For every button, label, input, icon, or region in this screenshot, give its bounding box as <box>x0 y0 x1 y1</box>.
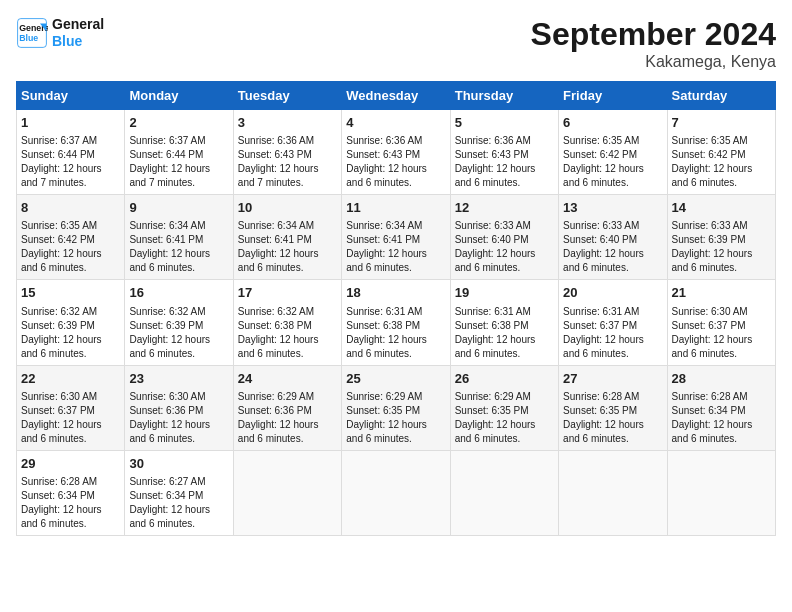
day-number: 12 <box>455 199 554 217</box>
calendar-week-row: 1Sunrise: 6:37 AMSunset: 6:44 PMDaylight… <box>17 110 776 195</box>
calendar-week-row: 29Sunrise: 6:28 AMSunset: 6:34 PMDayligh… <box>17 450 776 535</box>
calendar-cell <box>342 450 450 535</box>
calendar-cell <box>450 450 558 535</box>
calendar-cell: 16Sunrise: 6:32 AMSunset: 6:39 PMDayligh… <box>125 280 233 365</box>
calendar-cell: 20Sunrise: 6:31 AMSunset: 6:37 PMDayligh… <box>559 280 667 365</box>
sunset-text: Sunset: 6:41 PM <box>238 234 312 245</box>
day-number: 29 <box>21 455 120 473</box>
calendar-cell: 1Sunrise: 6:37 AMSunset: 6:44 PMDaylight… <box>17 110 125 195</box>
sunrise-text: Sunrise: 6:30 AM <box>672 306 748 317</box>
header-thursday: Thursday <box>450 82 558 110</box>
sunrise-text: Sunrise: 6:33 AM <box>672 220 748 231</box>
sunset-text: Sunset: 6:42 PM <box>21 234 95 245</box>
sunset-text: Sunset: 6:43 PM <box>455 149 529 160</box>
calendar-header-row: SundayMondayTuesdayWednesdayThursdayFrid… <box>17 82 776 110</box>
day-number: 7 <box>672 114 771 132</box>
daylight-label: Daylight: 12 hours and 7 minutes. <box>238 163 319 188</box>
daylight-label: Daylight: 12 hours and 6 minutes. <box>346 248 427 273</box>
daylight-label: Daylight: 12 hours and 6 minutes. <box>21 248 102 273</box>
sunrise-text: Sunrise: 6:37 AM <box>129 135 205 146</box>
calendar-cell: 14Sunrise: 6:33 AMSunset: 6:39 PMDayligh… <box>667 195 775 280</box>
sunrise-text: Sunrise: 6:27 AM <box>129 476 205 487</box>
sunrise-text: Sunrise: 6:30 AM <box>129 391 205 402</box>
sunrise-text: Sunrise: 6:35 AM <box>563 135 639 146</box>
daylight-label: Daylight: 12 hours and 6 minutes. <box>238 419 319 444</box>
daylight-label: Daylight: 12 hours and 6 minutes. <box>563 163 644 188</box>
daylight-label: Daylight: 12 hours and 6 minutes. <box>672 334 753 359</box>
sunrise-text: Sunrise: 6:34 AM <box>346 220 422 231</box>
daylight-label: Daylight: 12 hours and 6 minutes. <box>238 334 319 359</box>
daylight-label: Daylight: 12 hours and 6 minutes. <box>455 334 536 359</box>
sunrise-text: Sunrise: 6:32 AM <box>129 306 205 317</box>
day-number: 4 <box>346 114 445 132</box>
day-number: 3 <box>238 114 337 132</box>
daylight-label: Daylight: 12 hours and 7 minutes. <box>21 163 102 188</box>
sunrise-text: Sunrise: 6:28 AM <box>21 476 97 487</box>
calendar-cell: 23Sunrise: 6:30 AMSunset: 6:36 PMDayligh… <box>125 365 233 450</box>
sunset-text: Sunset: 6:42 PM <box>563 149 637 160</box>
sunrise-text: Sunrise: 6:33 AM <box>455 220 531 231</box>
day-number: 26 <box>455 370 554 388</box>
sunset-text: Sunset: 6:37 PM <box>21 405 95 416</box>
calendar-cell: 12Sunrise: 6:33 AMSunset: 6:40 PMDayligh… <box>450 195 558 280</box>
day-number: 19 <box>455 284 554 302</box>
calendar-cell: 9Sunrise: 6:34 AMSunset: 6:41 PMDaylight… <box>125 195 233 280</box>
daylight-label: Daylight: 12 hours and 7 minutes. <box>129 163 210 188</box>
day-number: 18 <box>346 284 445 302</box>
logo-icon: General Blue <box>16 17 48 49</box>
sunrise-text: Sunrise: 6:36 AM <box>238 135 314 146</box>
header-saturday: Saturday <box>667 82 775 110</box>
sunrise-text: Sunrise: 6:31 AM <box>455 306 531 317</box>
daylight-label: Daylight: 12 hours and 6 minutes. <box>21 504 102 529</box>
calendar-cell: 28Sunrise: 6:28 AMSunset: 6:34 PMDayligh… <box>667 365 775 450</box>
daylight-label: Daylight: 12 hours and 6 minutes. <box>455 419 536 444</box>
calendar-cell <box>559 450 667 535</box>
calendar-cell: 11Sunrise: 6:34 AMSunset: 6:41 PMDayligh… <box>342 195 450 280</box>
sunset-text: Sunset: 6:43 PM <box>238 149 312 160</box>
calendar-cell: 19Sunrise: 6:31 AMSunset: 6:38 PMDayligh… <box>450 280 558 365</box>
sunrise-text: Sunrise: 6:31 AM <box>563 306 639 317</box>
sunrise-text: Sunrise: 6:36 AM <box>346 135 422 146</box>
sunset-text: Sunset: 6:40 PM <box>455 234 529 245</box>
sunset-text: Sunset: 6:41 PM <box>346 234 420 245</box>
daylight-label: Daylight: 12 hours and 6 minutes. <box>346 419 427 444</box>
calendar-cell: 30Sunrise: 6:27 AMSunset: 6:34 PMDayligh… <box>125 450 233 535</box>
svg-text:Blue: Blue <box>19 33 38 43</box>
calendar-cell: 29Sunrise: 6:28 AMSunset: 6:34 PMDayligh… <box>17 450 125 535</box>
calendar-cell: 17Sunrise: 6:32 AMSunset: 6:38 PMDayligh… <box>233 280 341 365</box>
calendar-cell: 26Sunrise: 6:29 AMSunset: 6:35 PMDayligh… <box>450 365 558 450</box>
calendar-cell: 10Sunrise: 6:34 AMSunset: 6:41 PMDayligh… <box>233 195 341 280</box>
daylight-label: Daylight: 12 hours and 6 minutes. <box>563 419 644 444</box>
sunrise-text: Sunrise: 6:29 AM <box>238 391 314 402</box>
calendar-week-row: 22Sunrise: 6:30 AMSunset: 6:37 PMDayligh… <box>17 365 776 450</box>
calendar-cell <box>667 450 775 535</box>
daylight-label: Daylight: 12 hours and 6 minutes. <box>346 334 427 359</box>
header-friday: Friday <box>559 82 667 110</box>
day-number: 1 <box>21 114 120 132</box>
calendar-cell: 25Sunrise: 6:29 AMSunset: 6:35 PMDayligh… <box>342 365 450 450</box>
daylight-label: Daylight: 12 hours and 6 minutes. <box>563 334 644 359</box>
day-number: 11 <box>346 199 445 217</box>
month-title: September 2024 <box>531 16 776 53</box>
sunset-text: Sunset: 6:34 PM <box>21 490 95 501</box>
day-number: 13 <box>563 199 662 217</box>
sunrise-text: Sunrise: 6:32 AM <box>21 306 97 317</box>
day-number: 27 <box>563 370 662 388</box>
calendar-cell <box>233 450 341 535</box>
calendar-cell: 5Sunrise: 6:36 AMSunset: 6:43 PMDaylight… <box>450 110 558 195</box>
sunset-text: Sunset: 6:40 PM <box>563 234 637 245</box>
sunset-text: Sunset: 6:35 PM <box>455 405 529 416</box>
calendar-cell: 6Sunrise: 6:35 AMSunset: 6:42 PMDaylight… <box>559 110 667 195</box>
daylight-label: Daylight: 12 hours and 6 minutes. <box>455 163 536 188</box>
logo-general: General <box>52 16 104 33</box>
day-number: 8 <box>21 199 120 217</box>
calendar-cell: 18Sunrise: 6:31 AMSunset: 6:38 PMDayligh… <box>342 280 450 365</box>
header-wednesday: Wednesday <box>342 82 450 110</box>
header-monday: Monday <box>125 82 233 110</box>
sunrise-text: Sunrise: 6:30 AM <box>21 391 97 402</box>
day-number: 2 <box>129 114 228 132</box>
day-number: 25 <box>346 370 445 388</box>
day-number: 9 <box>129 199 228 217</box>
sunrise-text: Sunrise: 6:35 AM <box>672 135 748 146</box>
daylight-label: Daylight: 12 hours and 6 minutes. <box>672 163 753 188</box>
